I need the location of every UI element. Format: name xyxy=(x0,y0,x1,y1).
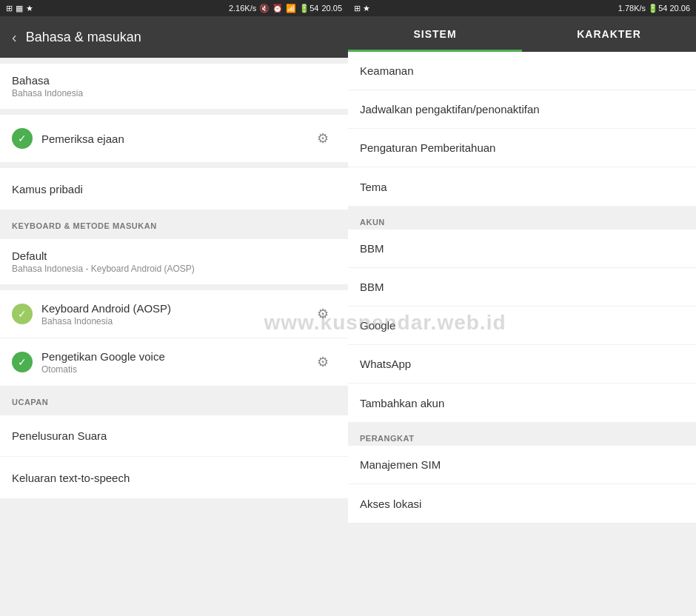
default-title: Default xyxy=(12,250,195,262)
pemeriksa-title: Pemeriksa ejaan xyxy=(41,133,124,145)
pemeriksa-gear-button[interactable]: ⚙ xyxy=(309,125,336,152)
voice-subtitle: Otomatis xyxy=(41,364,165,375)
keyboard-section-label: KEYBOARD & METODE MASUKAN xyxy=(0,215,348,233)
whatsapp-item[interactable]: WhatsApp xyxy=(348,345,696,384)
akun-section-label: AKUN xyxy=(348,212,696,230)
jadwalkan-item[interactable]: Jadwalkan pengaktifan/penonaktifan xyxy=(348,90,696,129)
bahasa-subtitle: Bahasa Indonesia xyxy=(12,88,83,98)
default-item[interactable]: Default Bahasa Indonesia - Keyboard Andr… xyxy=(0,239,348,284)
tabs-header: SISTEM KARAKTER xyxy=(348,16,696,52)
tema-item[interactable]: Tema xyxy=(348,167,696,206)
right-status-right-info: 1.78K/s 🔋54 20.06 xyxy=(618,4,690,13)
akses-lokasi-text: Akses lokasi xyxy=(360,498,421,510)
pemeriksa-card: ✓ Pemeriksa ejaan ⚙ xyxy=(0,115,348,162)
tab-sistem[interactable]: SISTEM xyxy=(348,16,522,52)
keluaran-item[interactable]: Keluaran text-to-speech xyxy=(0,457,348,498)
bbm1-item[interactable]: BBM xyxy=(348,230,696,268)
bbm2-text: BBM xyxy=(360,281,384,293)
keamanan-text: Keamanan xyxy=(360,64,414,77)
google-voice-item[interactable]: ✓ Pengetikan Google voice Otomatis ⚙ xyxy=(0,338,348,386)
right-left-icons: ⊞ ★ xyxy=(354,4,370,13)
star-icon: ★ xyxy=(26,4,33,13)
clock-icon: ⏰ xyxy=(272,4,283,13)
tab-karakter[interactable]: KARAKTER xyxy=(522,16,696,52)
bbm-icon2: ▦ xyxy=(16,4,23,13)
kamus-title: Kamus pribadi xyxy=(12,183,83,195)
perangkat-section-label: PERANGKAT xyxy=(348,428,696,446)
google-item[interactable]: Google xyxy=(348,307,696,345)
r-speed: 1.78K/s xyxy=(618,4,646,13)
voice-gear-button[interactable]: ⚙ xyxy=(309,349,336,375)
battery-icon: 🔋54 xyxy=(299,4,318,13)
r-battery-icon: 🔋54 xyxy=(648,4,667,13)
manajemen-sim-text: Manajemen SIM xyxy=(360,458,441,471)
kamus-card: Kamus pribadi xyxy=(0,168,348,210)
aosp-title: Keyboard Android (AOSP) xyxy=(41,302,171,315)
aosp-subtitle: Bahasa Indonesia xyxy=(41,316,171,327)
time-left: 20.05 xyxy=(321,4,342,13)
check-icon-voice: ✓ xyxy=(12,352,33,372)
akun-card: BBM BBM Google WhatsApp Tambahkan akun xyxy=(348,230,696,422)
pemeriksa-item[interactable]: ✓ Pemeriksa ejaan ⚙ xyxy=(0,115,348,162)
tema-text: Tema xyxy=(360,181,387,193)
bbm-icon1: ⊞ xyxy=(6,4,13,13)
penelusuran-item[interactable]: Penelusuran Suara xyxy=(0,415,348,457)
bbm2-item[interactable]: BBM xyxy=(348,268,696,307)
tab-karakter-label: KARAKTER xyxy=(577,28,641,40)
header-left: ‹ Bahasa & masukan xyxy=(0,16,348,58)
top-card: Keamanan Jadwalkan pengaktifan/penonakti… xyxy=(348,52,696,206)
signal-icon: 📶 xyxy=(286,4,296,13)
tab-sistem-label: SISTEM xyxy=(413,28,456,40)
google-text: Google xyxy=(360,319,395,332)
kamus-item[interactable]: Kamus pribadi xyxy=(0,168,348,210)
default-card: Default Bahasa Indonesia - Keyboard Andr… xyxy=(0,239,348,284)
voice-title: Pengetikan Google voice xyxy=(41,350,165,363)
network-speed: 2.16K/s xyxy=(229,4,256,13)
bahasa-title: Bahasa xyxy=(12,74,83,87)
aosp-gear-button[interactable]: ⚙ xyxy=(309,301,336,327)
perangkat-card: Manajemen SIM Akses lokasi xyxy=(348,446,696,523)
bahasa-item[interactable]: Bahasa Bahasa Indonesia xyxy=(0,64,348,109)
whatsapp-text: WhatsApp xyxy=(360,358,411,370)
bahasa-card: Bahasa Bahasa Indonesia xyxy=(0,64,348,109)
default-subtitle: Bahasa Indonesia - Keyboard Android (AOS… xyxy=(12,264,195,274)
r-time: 20.06 xyxy=(669,4,690,13)
check-icon-aosp: ✓ xyxy=(12,304,33,324)
r-bbm-icon: ⊞ xyxy=(354,4,361,13)
left-status-icons: ⊞ ▦ ★ xyxy=(6,4,33,13)
status-bar-left: ⊞ ▦ ★ 2.16K/s 🔇 ⏰ 📶 🔋54 20.05 xyxy=(0,0,348,16)
keyboard-methods-card: ✓ Keyboard Android (AOSP) Bahasa Indones… xyxy=(0,290,348,386)
left-panel: ⊞ ▦ ★ 2.16K/s 🔇 ⏰ 📶 🔋54 20.05 ‹ Bahasa &… xyxy=(0,0,348,616)
ucapan-card: Penelusuran Suara Keluaran text-to-speec… xyxy=(0,415,348,498)
left-content: Bahasa Bahasa Indonesia ✓ Pemeriksa ejaa… xyxy=(0,58,348,616)
right-content: Keamanan Jadwalkan pengaktifan/penonakti… xyxy=(348,52,696,616)
tambahkan-text: Tambahkan akun xyxy=(360,397,444,409)
akses-lokasi-item[interactable]: Akses lokasi xyxy=(348,484,696,523)
penelusuran-title: Penelusuran Suara xyxy=(12,429,107,442)
jadwalkan-text: Jadwalkan pengaktifan/penonaktifan xyxy=(360,103,540,116)
check-icon-pemeriksa: ✓ xyxy=(12,128,33,149)
r-star-icon: ★ xyxy=(363,4,370,13)
pengaturan-item[interactable]: Pengaturan Pemberitahuan xyxy=(348,129,696,167)
ucapan-section-label: UCAPAN xyxy=(0,392,348,409)
pengaturan-text: Pengaturan Pemberitahuan xyxy=(360,141,495,154)
page-title: Bahasa & masukan xyxy=(26,30,141,45)
keluaran-title: Keluaran text-to-speech xyxy=(12,472,130,484)
bbm1-text: BBM xyxy=(360,242,384,255)
right-status-info: 2.16K/s 🔇 ⏰ 📶 🔋54 20.05 xyxy=(229,4,342,13)
back-button[interactable]: ‹ xyxy=(12,29,17,46)
status-bar-right: ⊞ ★ 1.78K/s 🔋54 20.06 xyxy=(348,0,696,16)
keyboard-aosp-item[interactable]: ✓ Keyboard Android (AOSP) Bahasa Indones… xyxy=(0,290,348,338)
tambahkan-item[interactable]: Tambahkan akun xyxy=(348,384,696,422)
keamanan-item[interactable]: Keamanan xyxy=(348,52,696,90)
manajemen-sim-item[interactable]: Manajemen SIM xyxy=(348,446,696,484)
mute-icon: 🔇 xyxy=(259,4,270,13)
right-panel: ⊞ ★ 1.78K/s 🔋54 20.06 SISTEM KARAKTER Ke… xyxy=(348,0,696,616)
